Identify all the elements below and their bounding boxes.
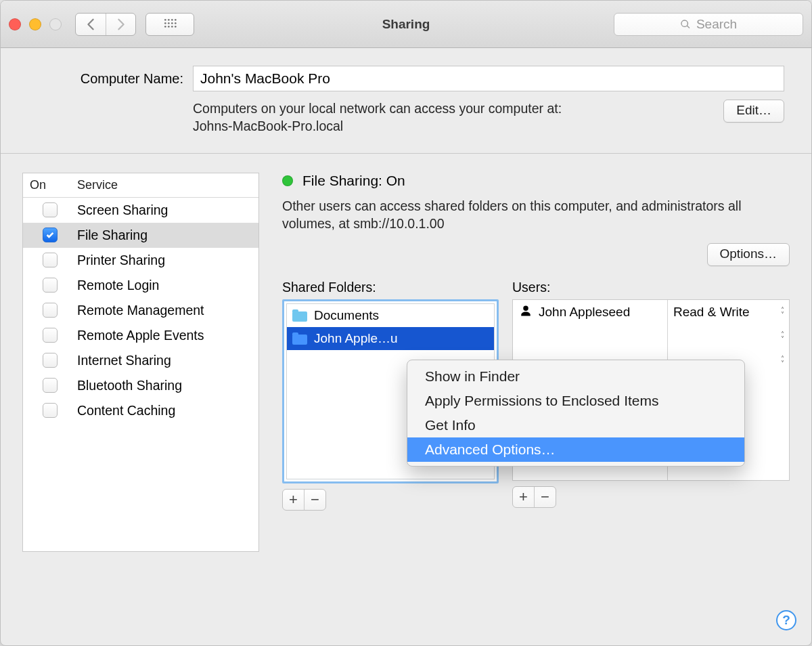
service-row[interactable]: Screen Sharing — [23, 198, 258, 223]
traffic-lights — [9, 18, 62, 30]
service-row[interactable]: Internet Sharing — [23, 348, 258, 373]
svg-point-1 — [168, 19, 170, 21]
context-menu-item[interactable]: Show in Finder — [407, 364, 744, 389]
status-description: Other users can access shared folders on… — [282, 197, 790, 233]
options-button[interactable]: Options… — [707, 243, 790, 266]
folders-add-remove: + − — [282, 489, 326, 511]
help-button[interactable]: ? — [776, 610, 796, 630]
computer-name-hint: Computers on your local network can acce… — [193, 100, 562, 135]
service-checkbox[interactable] — [43, 303, 58, 318]
status-indicator-icon — [282, 175, 293, 186]
close-icon[interactable] — [9, 18, 21, 30]
service-checkbox[interactable] — [43, 278, 58, 293]
main-area: On Service Screen SharingFile SharingPri… — [1, 154, 811, 552]
add-folder-button[interactable]: + — [283, 490, 304, 510]
window-toolbar: Sharing Search — [1, 1, 811, 48]
maximize-icon — [49, 18, 62, 30]
service-row[interactable]: File Sharing — [23, 223, 258, 248]
context-menu: Show in FinderApply Permissions to Enclo… — [407, 360, 745, 467]
search-placeholder: Search — [696, 17, 737, 32]
status-title: File Sharing: On — [302, 173, 405, 189]
users-label: Users: — [512, 280, 790, 295]
service-label: Internet Sharing — [77, 353, 258, 368]
svg-point-11 — [175, 26, 177, 28]
service-checkbox[interactable] — [43, 202, 58, 217]
show-all-button[interactable] — [145, 13, 194, 36]
service-label: Bluetooth Sharing — [77, 378, 258, 393]
user-row[interactable]: John Appleseed — [513, 300, 667, 324]
search-field[interactable]: Search — [614, 13, 803, 36]
computer-name-section: Computer Name: Computers on your local n… — [1, 48, 811, 154]
svg-point-4 — [164, 22, 166, 24]
stepper-icon[interactable]: ˄˅ — [781, 332, 784, 341]
service-row[interactable]: Printer Sharing — [23, 248, 258, 273]
svg-point-5 — [168, 22, 170, 24]
services-header-on: On — [23, 178, 77, 192]
service-label: Printer Sharing — [77, 253, 258, 268]
shared-folders-label: Shared Folders: — [282, 280, 499, 295]
service-label: File Sharing — [77, 228, 258, 243]
svg-point-2 — [171, 19, 173, 21]
service-checkbox[interactable] — [43, 328, 58, 343]
folder-name: John Apple…u — [314, 331, 398, 346]
service-checkbox[interactable] — [43, 253, 58, 267]
folder-icon — [292, 332, 307, 345]
context-menu-item[interactable]: Advanced Options… — [407, 437, 744, 462]
computer-name-input[interactable] — [193, 66, 784, 91]
permission-value: Read & Write — [673, 305, 750, 320]
service-row[interactable]: Remote Login — [23, 273, 258, 298]
user-name: John Appleseed — [539, 305, 630, 320]
remove-folder-button[interactable]: − — [304, 490, 325, 510]
stepper-icon[interactable]: ˄˅ — [781, 356, 784, 366]
folder-row[interactable]: Documents — [287, 304, 494, 327]
add-user-button[interactable]: + — [513, 487, 534, 507]
permission-cell[interactable]: ˄˅ — [668, 324, 789, 349]
sharing-window: Sharing Search Computer Name: Computers … — [0, 0, 812, 646]
service-label: Content Caching — [77, 403, 258, 418]
folder-row[interactable]: John Apple…u — [287, 327, 494, 350]
services-list: On Service Screen SharingFile SharingPri… — [22, 173, 259, 552]
service-label: Remote Login — [77, 278, 258, 293]
service-row[interactable]: Remote Management — [23, 298, 258, 323]
svg-point-9 — [168, 26, 170, 28]
edit-hostname-button[interactable]: Edit… — [723, 100, 784, 123]
service-checkbox[interactable] — [43, 378, 58, 393]
context-menu-item[interactable]: Apply Permissions to Enclosed Items — [407, 389, 744, 413]
service-label: Remote Apple Events — [77, 328, 258, 343]
computer-name-label: Computer Name: — [28, 71, 183, 87]
svg-point-8 — [164, 26, 166, 28]
search-icon — [680, 19, 691, 30]
service-label: Screen Sharing — [77, 202, 258, 218]
remove-user-button[interactable]: − — [534, 487, 556, 507]
nav-back-forward — [75, 13, 136, 36]
service-checkbox[interactable] — [43, 353, 58, 368]
service-label: Remote Management — [77, 303, 258, 318]
service-checkbox[interactable] — [43, 228, 58, 242]
minimize-icon[interactable] — [29, 18, 41, 30]
forward-button[interactable] — [106, 14, 135, 35]
service-row[interactable]: Content Caching — [23, 398, 258, 423]
svg-point-6 — [171, 22, 173, 24]
services-header-service: Service — [77, 178, 258, 192]
svg-point-0 — [164, 19, 166, 21]
folder-icon — [292, 309, 307, 322]
service-row[interactable]: Bluetooth Sharing — [23, 373, 258, 398]
context-menu-item[interactable]: Get Info — [407, 413, 744, 437]
svg-point-3 — [175, 19, 177, 21]
users-add-remove: + − — [512, 486, 556, 508]
service-row[interactable]: Remote Apple Events — [23, 323, 258, 348]
folder-name: Documents — [314, 308, 379, 323]
permission-cell[interactable]: Read & Write˄˅ — [668, 300, 789, 324]
svg-point-10 — [171, 26, 173, 28]
user-icon — [520, 304, 532, 321]
back-button[interactable] — [76, 14, 106, 35]
stepper-icon[interactable]: ˄˅ — [781, 307, 784, 317]
service-checkbox[interactable] — [43, 403, 58, 418]
svg-point-7 — [175, 22, 177, 24]
